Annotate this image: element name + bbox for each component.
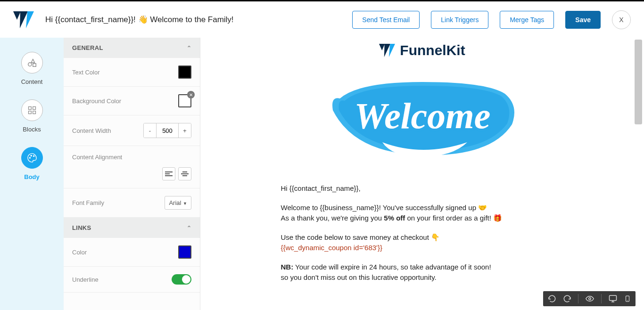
svg-rect-12 (610, 295, 617, 301)
svg-rect-2 (33, 64, 35, 66)
paragraph: Welcome to {{business_name}}! You've suc… (281, 203, 564, 224)
row-bg-color: Background Color ✕ (64, 87, 200, 115)
shapes-icon (21, 52, 43, 73)
email-subject[interactable]: Hi {{contact_first_name}}! 👋 Welcome to … (45, 15, 341, 24)
row-link-color: Color (64, 238, 200, 267)
rail-label: Body (24, 173, 40, 180)
email-canvas[interactable]: FunnelKit Welcome Hi {{contact_first_nam… (200, 38, 644, 310)
scrollbar[interactable] (635, 40, 642, 308)
brand-logo: FunnelKit (281, 42, 564, 58)
row-font-family: Font Family Arial ▼ (64, 188, 200, 218)
merge-tags-button[interactable]: Merge Tags (500, 11, 554, 29)
greeting: Hi {{contact_first_name}}, (281, 183, 564, 194)
width-input[interactable] (156, 123, 179, 138)
palette-icon (21, 147, 43, 169)
label: Underline (72, 276, 99, 283)
svg-point-7 (29, 157, 30, 158)
close-button[interactable]: X (612, 10, 631, 29)
rail-blocks[interactable]: Blocks (21, 99, 43, 133)
svg-rect-6 (33, 111, 35, 114)
desktop-icon[interactable] (608, 294, 618, 303)
label: Font Family (72, 199, 104, 206)
bg-color-swatch[interactable]: ✕ (178, 94, 191, 107)
section-links[interactable]: LINKS ⌃ (64, 218, 200, 238)
rail-label: Blocks (23, 126, 41, 133)
rail-content[interactable]: Content (21, 52, 43, 85)
width-increase[interactable]: + (179, 123, 191, 138)
save-button[interactable]: Save (565, 11, 601, 29)
grid-icon (21, 99, 43, 121)
link-triggers-button[interactable]: Link Triggers (431, 11, 488, 29)
brand-name: FunnelKit (400, 42, 465, 58)
link-color-swatch[interactable] (178, 245, 191, 259)
caret-down-icon: ▼ (183, 201, 187, 206)
align-left-button[interactable] (162, 167, 175, 180)
chevron-up-icon: ⌃ (187, 225, 191, 231)
svg-point-11 (589, 298, 591, 300)
undo-icon[interactable] (548, 294, 556, 303)
align-center-button[interactable] (178, 167, 191, 180)
rail-body[interactable]: Body (21, 147, 43, 180)
send-test-button[interactable]: Send Test Email (352, 11, 420, 29)
row-content-width: Content Width - + (64, 115, 200, 146)
coupon-tag: {{wc_dynamic_coupon id='683'}} (281, 244, 382, 252)
top-bar: Hi {{contact_first_name}}! 👋 Welcome to … (0, 0, 644, 38)
width-stepper: - + (143, 123, 191, 138)
settings-panel: GENERAL ⌃ Text Color Background Color ✕ … (64, 38, 200, 310)
rail-label: Content (21, 78, 43, 85)
paragraph: Use the code below to save money at chec… (281, 232, 564, 253)
width-decrease[interactable]: - (144, 123, 156, 138)
svg-text:Welcome: Welcome (354, 95, 490, 136)
label: Text Color (72, 69, 100, 76)
svg-marker-1 (31, 59, 34, 63)
row-text-color: Text Color (64, 58, 200, 87)
text-color-swatch[interactable] (178, 65, 191, 79)
mobile-icon[interactable] (624, 294, 631, 303)
svg-point-8 (31, 155, 32, 156)
preview-toolbar (543, 291, 636, 306)
svg-rect-5 (28, 111, 31, 114)
section-title: GENERAL (72, 44, 103, 51)
label: Content Alignment (72, 154, 122, 161)
svg-point-0 (28, 63, 31, 66)
row-content-align: Content Alignment (64, 146, 200, 188)
svg-point-9 (33, 155, 34, 156)
label: Color (72, 249, 87, 256)
font-family-select[interactable]: Arial ▼ (165, 196, 191, 210)
svg-rect-4 (33, 107, 35, 110)
welcome-image: Welcome (326, 73, 519, 164)
section-title: LINKS (72, 224, 91, 231)
row-underline: Underline (64, 267, 200, 293)
clear-icon[interactable]: ✕ (187, 91, 195, 98)
app-logo (13, 11, 34, 28)
section-general[interactable]: GENERAL ⌃ (64, 38, 200, 58)
sidebar-rail: Content Blocks Body (0, 38, 64, 310)
label: Background Color (72, 98, 121, 105)
preview-icon[interactable] (585, 294, 594, 303)
redo-icon[interactable] (563, 294, 571, 303)
underline-toggle[interactable] (172, 274, 191, 285)
svg-rect-3 (28, 107, 31, 110)
paragraph: NB: Your code will expire in 24 hours, s… (281, 262, 564, 283)
chevron-up-icon: ⌃ (187, 45, 191, 51)
label: Content Width (72, 127, 111, 134)
